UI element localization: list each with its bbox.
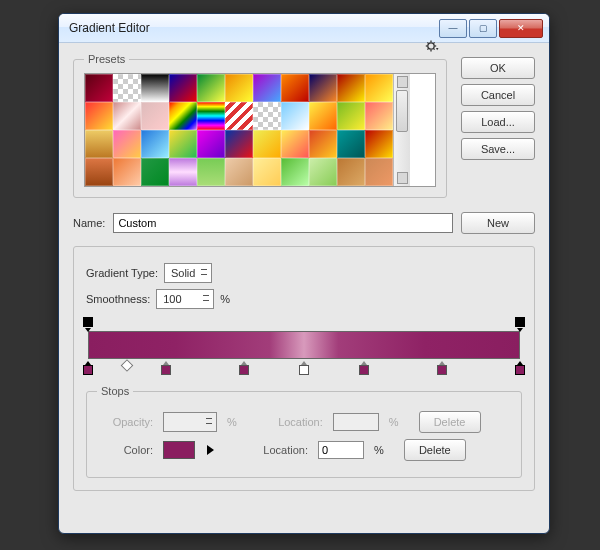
gear-icon[interactable] (425, 39, 439, 55)
preset-swatch[interactable] (225, 102, 253, 130)
preset-swatch[interactable] (281, 102, 309, 130)
preset-swatch[interactable] (85, 102, 113, 130)
preset-swatch[interactable] (225, 74, 253, 102)
color-label: Color: (97, 444, 153, 456)
presets-fieldset: Presets (73, 53, 447, 198)
color-stop[interactable] (161, 361, 171, 374)
preset-swatch[interactable] (309, 74, 337, 102)
gradtype-select[interactable]: Solid (164, 263, 212, 283)
maximize-button[interactable]: ▢ (469, 19, 497, 38)
preset-swatch[interactable] (197, 102, 225, 130)
window-title: Gradient Editor (69, 21, 439, 35)
preset-swatch[interactable] (113, 130, 141, 158)
preset-swatch[interactable] (85, 130, 113, 158)
load-button[interactable]: Load... (461, 111, 535, 133)
preset-swatches (84, 73, 436, 187)
preset-swatch[interactable] (365, 158, 393, 186)
gradient-bar[interactable] (88, 331, 520, 359)
preset-swatch[interactable] (365, 74, 393, 102)
preset-swatch[interactable] (337, 158, 365, 186)
preset-swatch[interactable] (309, 130, 337, 158)
presets-legend: Presets (84, 53, 129, 65)
delete-color-button[interactable]: Delete (404, 439, 466, 461)
preset-swatch[interactable] (169, 74, 197, 102)
preset-swatch[interactable] (85, 74, 113, 102)
midpoint-marker[interactable] (121, 359, 134, 372)
preset-swatch[interactable] (85, 158, 113, 186)
pct-label-4: % (374, 444, 384, 456)
dialog-window: Gradient Editor — ▢ ✕ Presets OK Cancel … (58, 13, 550, 534)
color-stop[interactable] (437, 361, 447, 374)
color-stop[interactable] (359, 361, 369, 374)
preset-swatch[interactable] (253, 102, 281, 130)
preset-swatch[interactable] (113, 74, 141, 102)
preset-swatch[interactable] (365, 102, 393, 130)
pct-label-1: % (220, 293, 230, 305)
preset-swatch[interactable] (281, 130, 309, 158)
color-stop[interactable] (83, 361, 93, 374)
color-swatch[interactable] (163, 441, 195, 459)
location-label-1: Location: (267, 416, 323, 428)
preset-swatch[interactable] (225, 158, 253, 186)
preset-swatch[interactable] (197, 74, 225, 102)
stops-fieldset: Stops Opacity: % Location: % Delete Colo… (86, 385, 522, 478)
stops-legend: Stops (97, 385, 133, 397)
svg-line-6 (433, 48, 434, 49)
scrollbar-thumb[interactable] (396, 90, 408, 132)
dialog-body: Presets OK Cancel Load... Save... Name: … (59, 43, 549, 505)
opacity-input (163, 412, 217, 432)
location-input-2[interactable] (318, 441, 364, 459)
minimize-button[interactable]: — (439, 19, 467, 38)
opacity-stop[interactable] (83, 317, 93, 329)
svg-line-8 (433, 42, 434, 43)
preset-swatch[interactable] (337, 102, 365, 130)
opacity-stop[interactable] (515, 317, 525, 329)
preset-swatch[interactable] (281, 74, 309, 102)
smoothness-label: Smoothness: (86, 293, 150, 305)
name-label: Name: (73, 217, 105, 229)
preset-swatch[interactable] (253, 74, 281, 102)
preset-swatch[interactable] (365, 130, 393, 158)
presets-scrollbar[interactable] (393, 74, 410, 186)
preset-swatch[interactable] (253, 130, 281, 158)
preset-swatch[interactable] (197, 158, 225, 186)
ok-button[interactable]: OK (461, 57, 535, 79)
preset-swatch[interactable] (253, 158, 281, 186)
new-button[interactable]: New (461, 212, 535, 234)
preset-swatch[interactable] (337, 74, 365, 102)
smoothness-input[interactable]: 100 (156, 289, 214, 309)
titlebar[interactable]: Gradient Editor — ▢ ✕ (59, 14, 549, 43)
preset-swatch[interactable] (169, 102, 197, 130)
preset-swatch[interactable] (337, 130, 365, 158)
pct-label-2: % (227, 416, 237, 428)
location-input-1 (333, 413, 379, 431)
color-stop[interactable] (515, 361, 525, 374)
preset-swatch[interactable] (309, 102, 337, 130)
preset-swatch[interactable] (141, 130, 169, 158)
color-stop[interactable] (239, 361, 249, 374)
location-label-2: Location: (252, 444, 308, 456)
preset-swatch[interactable] (197, 130, 225, 158)
svg-line-7 (427, 48, 428, 49)
pct-label-3: % (389, 416, 399, 428)
preset-swatch[interactable] (141, 158, 169, 186)
svg-line-5 (427, 42, 428, 43)
preset-swatch[interactable] (169, 130, 197, 158)
color-stop[interactable] (299, 361, 309, 374)
preset-swatch[interactable] (281, 158, 309, 186)
preset-swatch[interactable] (169, 158, 197, 186)
color-picker-icon[interactable] (207, 445, 214, 455)
preset-swatch[interactable] (141, 74, 169, 102)
svg-point-0 (428, 43, 434, 49)
cancel-button[interactable]: Cancel (461, 84, 535, 106)
preset-swatch[interactable] (113, 102, 141, 130)
gradtype-label: Gradient Type: (86, 267, 158, 279)
gradient-preview (88, 331, 520, 359)
save-button[interactable]: Save... (461, 138, 535, 160)
preset-swatch[interactable] (113, 158, 141, 186)
close-button[interactable]: ✕ (499, 19, 543, 38)
preset-swatch[interactable] (141, 102, 169, 130)
preset-swatch[interactable] (225, 130, 253, 158)
name-input[interactable] (113, 213, 453, 233)
preset-swatch[interactable] (309, 158, 337, 186)
